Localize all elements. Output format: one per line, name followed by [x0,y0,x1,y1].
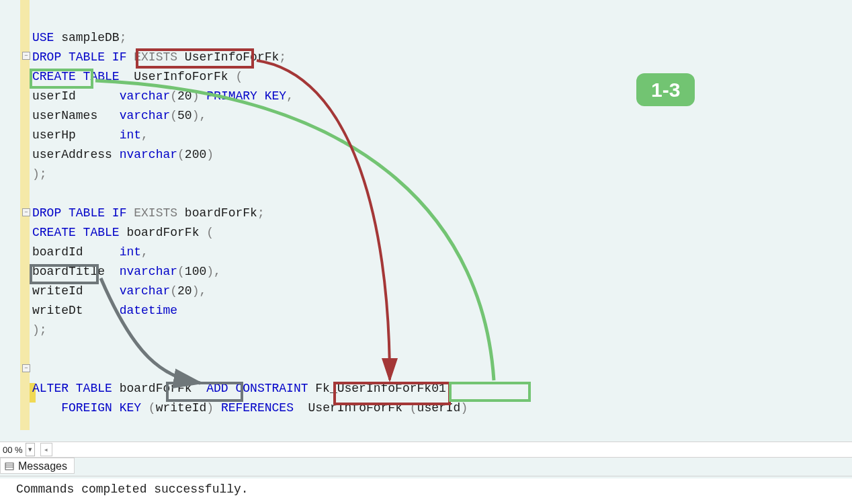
result-message: Commands completed successfully. [16,482,249,496]
messages-icon [5,462,14,471]
results-pane[interactable]: Commands completed successfully. [0,478,852,504]
code-content[interactable]: USE sampleDB; DROP TABLE IF EXISTS UserI… [32,9,468,437]
zoom-level: 00 % [0,445,23,455]
messages-tab-label: Messages [18,460,67,472]
collapse-toggle-icon[interactable]: − [22,52,30,60]
hscroll-left-button[interactable]: ◂ [40,443,52,456]
collapse-toggle-icon[interactable]: − [22,208,30,216]
zoom-dropdown-button[interactable]: ▼ [26,443,35,456]
messages-tab[interactable]: Messages [0,458,75,474]
tab-separator [0,476,852,476]
svg-rect-0 [5,463,13,470]
code-editor[interactable]: − − − USE sampleDB; DROP TABLE IF EXISTS… [0,0,852,437]
collapse-toggle-icon[interactable]: − [22,364,30,372]
step-badge: 1-3 [636,73,695,106]
